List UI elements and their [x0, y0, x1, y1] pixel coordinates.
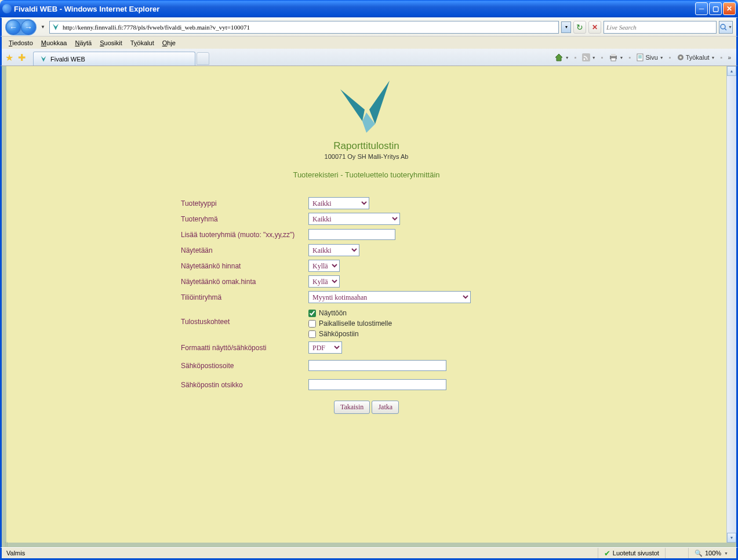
page-subtitle: Tuoterekisteri - Tuoteluettelo tuoteryhm…: [24, 170, 709, 179]
window-titlebar: Fivaldi WEB - Windows Internet Explorer …: [0, 0, 738, 17]
tuotetyyppi-select[interactable]: Kaikki: [308, 197, 369, 209]
home-button[interactable]: ▼: [552, 52, 571, 63]
back-button-form[interactable]: Takaisin: [334, 401, 370, 414]
url-input[interactable]: [63, 24, 557, 31]
address-dropdown[interactable]: ▾: [561, 21, 571, 33]
menu-file[interactable]: Tiedosto: [5, 38, 37, 48]
tuotetyyppi-label: Tuotetyyppi: [181, 199, 308, 208]
chk-paikallis[interactable]: [308, 320, 316, 328]
new-tab-button[interactable]: [197, 52, 209, 65]
menu-fav-label: uosikit: [104, 39, 122, 46]
chk-paikallis-label: Paikalliselle tulostimelle: [319, 319, 392, 328]
print-button[interactable]: ▼: [607, 52, 626, 63]
svg-line-2: [725, 28, 726, 30]
forward-button[interactable]: →: [21, 20, 36, 35]
menu-view-label: äytä: [79, 39, 92, 46]
search-box[interactable]: [604, 21, 717, 34]
svg-point-1: [721, 24, 725, 29]
add-favorite-icon[interactable]: ✚: [18, 52, 28, 63]
naytetaan-label: Näytetään: [181, 246, 308, 254]
menu-help-label: hje: [167, 39, 176, 46]
chk-sahko-row[interactable]: Sähköpostiin: [308, 330, 552, 338]
svg-marker-0: [53, 24, 59, 30]
tulostus-label: Tulostuskohteet: [181, 307, 308, 326]
tab-label: Fivaldi WEB: [50, 56, 85, 63]
continue-button[interactable]: Jatka: [372, 401, 399, 414]
page-favicon: [51, 23, 60, 32]
tuoteryhma-select[interactable]: Kaikki: [308, 213, 400, 225]
email-input[interactable]: [308, 360, 446, 371]
ie-icon: [2, 4, 12, 13]
tilioryhma-label: Tiliöintiryhmä: [181, 293, 308, 301]
menu-edit[interactable]: Muokkaa: [38, 38, 71, 48]
hinnat-label: Näytetäänkö hinnat: [181, 262, 308, 270]
svg-rect-10: [637, 54, 643, 61]
status-spacer: [665, 548, 688, 558]
email-label: Sähköpostiosoite: [181, 362, 308, 370]
zoom-value: 100%: [705, 550, 721, 557]
scroll-up-button[interactable]: ▴: [727, 66, 736, 76]
tuoteryhma-label: Tuoteryhmä: [181, 215, 308, 223]
resize-bar[interactable]: [0, 543, 738, 547]
history-dropdown[interactable]: ▼: [39, 24, 47, 30]
omak-select[interactable]: Kyllä: [308, 275, 340, 288]
stop-button[interactable]: ✕: [588, 21, 601, 34]
trusted-sites[interactable]: ✔ Luotetut sivustot: [598, 548, 665, 558]
chk-sahko-label: Sähköpostiin: [319, 330, 359, 338]
chk-nayttoon[interactable]: [308, 310, 316, 317]
fivaldi-logo: [335, 78, 398, 136]
vertical-scrollbar[interactable]: ▴ ▾: [726, 66, 736, 543]
feeds-button[interactable]: ▼: [580, 52, 598, 63]
menu-tools[interactable]: Työkalut: [127, 38, 158, 48]
formaatti-select[interactable]: PDF: [308, 341, 342, 354]
page-content: Raporttitulostin 100071 Oy SH Malli-Yrit…: [6, 66, 726, 543]
tools-menu[interactable]: Työkalut ▼: [675, 52, 717, 63]
report-form: Tuotetyyppi Kaikki Tuoteryhmä Kaikki Lis…: [181, 195, 552, 414]
favorites-icon[interactable]: ★: [5, 52, 16, 63]
scroll-down-button[interactable]: ▾: [727, 533, 736, 543]
hinnat-select[interactable]: Kyllä: [308, 260, 340, 272]
menu-help[interactable]: Ohje: [159, 38, 179, 48]
chk-sahko[interactable]: [308, 330, 316, 338]
expand-button[interactable]: »: [726, 53, 733, 62]
refresh-button[interactable]: ↻: [573, 21, 586, 34]
close-button[interactable]: ✕: [723, 2, 736, 15]
page-menu[interactable]: Sivu ▼: [634, 52, 665, 63]
menu-favorites[interactable]: Suosikit: [96, 38, 126, 48]
maximize-button[interactable]: ▢: [709, 2, 722, 15]
menu-file-label: iedosto: [12, 39, 32, 46]
svg-point-15: [679, 56, 682, 59]
checkmark-icon: ✔: [604, 549, 610, 558]
tab-bar: ★ ✚ Fivaldi WEB ▼ ▪ ▼ ▪ ▼ ▪: [0, 49, 738, 66]
menu-view[interactable]: Näytä: [71, 38, 95, 48]
tools-menu-label: Työkalut: [686, 54, 710, 61]
naytetaan-select[interactable]: Kaikki: [308, 244, 359, 256]
trusted-label: Luotetut sivustot: [613, 550, 659, 557]
chk-paikallis-row[interactable]: Paikalliselle tulostimelle: [308, 319, 552, 328]
address-bar[interactable]: [49, 21, 559, 34]
search-input[interactable]: [604, 24, 716, 31]
status-text: Valmis: [4, 550, 598, 557]
otsikko-input[interactable]: [308, 379, 446, 390]
menu-bar: Tiedosto Muokkaa Näytä Suosikit Työkalut…: [0, 37, 738, 49]
browser-tab[interactable]: Fivaldi WEB: [33, 52, 195, 66]
chk-nayttoon-row[interactable]: Näyttöön: [308, 309, 552, 317]
tilioryhma-select[interactable]: Myynti kotimaahan: [308, 291, 471, 303]
page-menu-label: Sivu: [645, 54, 657, 61]
minimize-button[interactable]: ─: [695, 2, 708, 15]
svg-marker-4: [555, 54, 562, 61]
page-icon: [636, 53, 644, 61]
search-button[interactable]: ▼: [719, 21, 733, 34]
omak-label: Näytetäänkö omak.hinta: [181, 278, 308, 286]
back-button[interactable]: ←: [6, 20, 21, 35]
zoom-control[interactable]: 🔍 100% ▼: [688, 548, 734, 558]
svg-rect-9: [611, 58, 616, 61]
otsikko-label: Sähköpostin otsikko: [181, 381, 308, 389]
company-name: 100071 Oy SH Malli-Yritys Ab: [24, 153, 709, 160]
lisaa-label: Lisää tuoteryhmiä (muoto: "xx,yy,zz"): [181, 231, 308, 239]
gear-icon: [677, 53, 685, 61]
print-icon: [609, 53, 618, 61]
lisaa-input[interactable]: [308, 229, 395, 240]
home-icon: [554, 53, 564, 62]
magnifier-icon: [719, 23, 728, 31]
